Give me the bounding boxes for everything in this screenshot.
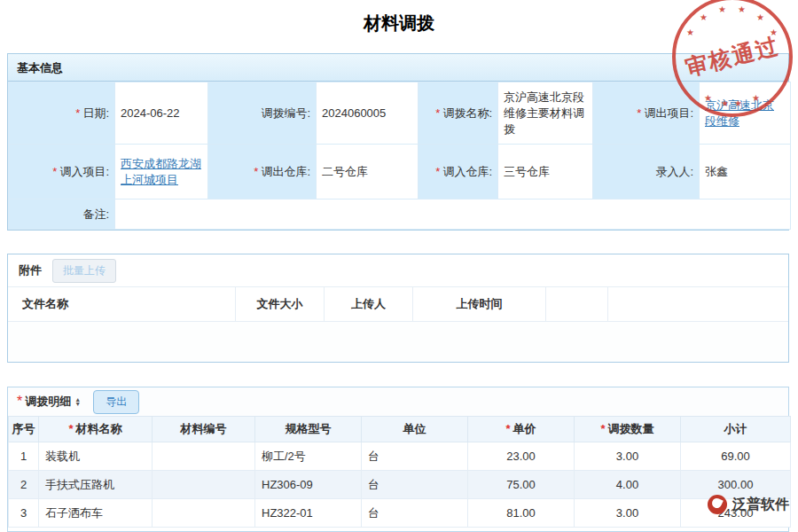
cell-material-name: 装载机 xyxy=(39,442,153,471)
cell-qty: 3.00 xyxy=(575,499,681,528)
basic-info-table: *日期: 2024-06-22 调拨编号: 2024060005 *调拨名称: … xyxy=(8,82,791,230)
remark-label: 备注: xyxy=(9,200,115,230)
required-mark: * xyxy=(17,394,22,410)
cell-unit: 台 xyxy=(362,471,468,499)
export-button[interactable]: 导出 xyxy=(93,390,139,414)
required-mark: * xyxy=(435,106,440,120)
details-title: 调拨明细 xyxy=(25,394,71,410)
out-warehouse-value: 二号仓库 xyxy=(317,145,419,200)
col-price: *单价 xyxy=(468,417,575,442)
cell-material-name: 手扶式压路机 xyxy=(39,471,153,499)
cell-unit: 台 xyxy=(362,442,468,471)
cell-qty: 4.00 xyxy=(575,471,681,499)
attachments-title: 附件 xyxy=(19,262,42,278)
material-transfer-page: 材料调拨 ★ ★ ★ ★ ★ ★ ★ ★ ★ ★ 审核通过 基本信息 *日期: … xyxy=(0,0,798,532)
in-project-label: *调入项目: xyxy=(9,145,115,200)
batch-upload-button[interactable]: 批量上传 xyxy=(52,259,116,283)
attachments-toolbar: 附件 批量上传 xyxy=(8,254,788,286)
in-project-link[interactable]: 西安成都路龙湖上河城项目 xyxy=(121,157,201,186)
vendor-name: 泛普软件 xyxy=(732,496,789,514)
cell-seq: 1 xyxy=(9,442,39,471)
cell-material-code xyxy=(153,442,255,471)
vendor-logo-icon xyxy=(708,495,727,514)
table-row: 1 装载机 柳工/2号 台 23.00 3.00 69.00 xyxy=(9,442,791,471)
cell-material-name: 石子洒布车 xyxy=(39,499,153,528)
table-row: 2 手扶式压路机 HZ306-09 台 75.00 4.00 300.00 xyxy=(9,471,791,499)
cell-price: 23.00 xyxy=(468,442,575,471)
cell-model: HZ322-01 xyxy=(255,499,362,528)
col-material-code: 材料编号 xyxy=(153,417,255,442)
cell-material-code xyxy=(153,499,255,528)
vendor-watermark: 泛普软件 xyxy=(708,495,789,514)
col-unit: 单位 xyxy=(362,417,468,442)
page-title: 材料调拨 xyxy=(0,0,798,35)
in-project-value: 西安成都路龙湖上河城项目 xyxy=(115,145,208,200)
transfer-name-value: 京沪高速北京段维修主要材料调拨 xyxy=(498,82,593,145)
required-mark: * xyxy=(75,106,80,120)
col-file-name: 文件名称 xyxy=(8,287,236,321)
col-qty: *调拨数量 xyxy=(575,417,681,442)
cell-material-code xyxy=(153,471,255,499)
cell-model: HZ306-09 xyxy=(255,471,362,499)
details-header-row: 序号 *材料名称 材料编号 规格型号 单位 *单价 *调拨数量 小计 xyxy=(9,417,791,442)
details-table: 序号 *材料名称 材料编号 规格型号 单位 *单价 *调拨数量 小计 1 装载机… xyxy=(8,416,791,528)
col-empty xyxy=(546,287,608,321)
out-project-label: *调出项目: xyxy=(593,82,700,145)
date-value: 2024-06-22 xyxy=(115,82,208,145)
recorder-label: 录入人: xyxy=(593,145,700,200)
remark-value xyxy=(115,200,791,230)
in-warehouse-value: 三号仓库 xyxy=(498,145,593,200)
col-seq: 序号 xyxy=(9,417,39,442)
col-file-size: 文件大小 xyxy=(236,287,325,321)
col-uploader: 上传人 xyxy=(325,287,413,321)
attachments-panel: 附件 批量上传 文件名称 文件大小 上传人 上传时间 xyxy=(7,254,789,363)
out-warehouse-label: *调出仓库: xyxy=(208,145,317,200)
attachments-table-header: 文件名称 文件大小 上传人 上传时间 xyxy=(8,286,788,322)
transfer-name-label: *调拨名称: xyxy=(419,82,498,145)
cell-seq: 3 xyxy=(9,499,39,528)
col-subtotal: 小计 xyxy=(681,417,791,442)
table-row: 3 石子洒布车 HZ322-01 台 81.00 3.00 243.00 xyxy=(9,499,791,528)
out-project-value: 京沪高速北京段维修 xyxy=(700,82,791,145)
date-label: *日期: xyxy=(9,82,115,145)
basic-info-header: 基本信息 xyxy=(8,54,788,82)
cell-unit: 台 xyxy=(362,499,468,528)
recorder-value: 张鑫 xyxy=(700,145,791,200)
cell-price: 75.00 xyxy=(468,471,575,499)
transfer-no-value: 2024060005 xyxy=(317,82,419,145)
cell-model: 柳工/2号 xyxy=(255,442,362,471)
details-toolbar: * 调拨明细 ▲▼ 导出 xyxy=(8,387,788,416)
required-mark: * xyxy=(637,106,641,120)
col-model: 规格型号 xyxy=(255,417,362,442)
col-upload-time: 上传时间 xyxy=(413,287,546,321)
cell-subtotal: 69.00 xyxy=(681,442,791,471)
cell-seq: 2 xyxy=(9,471,39,499)
required-mark: * xyxy=(254,165,258,178)
cell-qty: 3.00 xyxy=(575,442,681,471)
details-panel: * 调拨明细 ▲▼ 导出 序号 *材料名称 材料编号 规格型号 单位 *单价 *… xyxy=(7,387,789,532)
required-mark: * xyxy=(435,165,440,178)
col-empty xyxy=(608,287,788,321)
required-mark: * xyxy=(52,165,57,178)
col-material-name: *材料名称 xyxy=(39,417,153,442)
basic-info-panel: 基本信息 *日期: 2024-06-22 调拨编号: 2024060005 *调… xyxy=(7,53,789,231)
cell-price: 81.00 xyxy=(468,499,575,528)
attachments-empty-body xyxy=(8,322,788,362)
transfer-no-label: 调拨编号: xyxy=(208,82,317,145)
sort-icon[interactable]: ▲▼ xyxy=(74,397,81,406)
out-project-link[interactable]: 京沪高速北京段维修 xyxy=(705,98,774,128)
in-warehouse-label: *调入仓库: xyxy=(419,145,498,200)
